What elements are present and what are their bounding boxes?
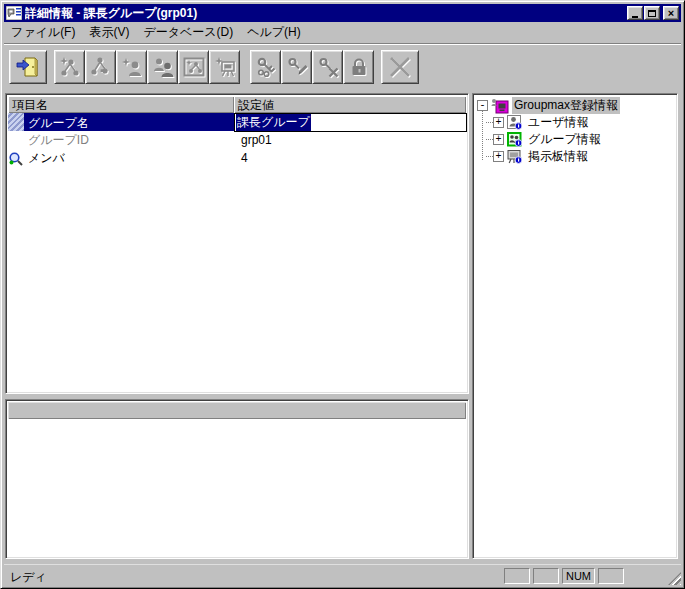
organization-frame-icon bbox=[183, 56, 205, 78]
add-organization-icon bbox=[59, 56, 81, 78]
lock-button[interactable] bbox=[343, 50, 374, 84]
user-group-icon bbox=[152, 56, 174, 78]
tree-label-group-info[interactable]: グループ情報 bbox=[526, 131, 603, 148]
key-delete-button[interactable] bbox=[312, 50, 343, 84]
menu-file[interactable]: ファイル(F) bbox=[4, 22, 82, 43]
toolbar bbox=[4, 45, 681, 88]
tree-panel: - Groupmax登録情報 + bbox=[472, 93, 678, 559]
menubar: ファイル(F) 表示(V) データベース(D) ヘルプ(H) bbox=[4, 23, 681, 42]
tree-node-root[interactable]: - Groupmax登録情報 bbox=[477, 97, 677, 114]
lock-icon bbox=[348, 56, 370, 78]
tree-connector bbox=[486, 139, 493, 140]
detail-list-panel bbox=[5, 399, 469, 559]
key-delete-icon bbox=[317, 56, 339, 78]
move-organization-icon bbox=[90, 56, 112, 78]
add-user-icon bbox=[121, 56, 143, 78]
detail-list-header bbox=[8, 402, 466, 419]
members-count-value: 4 bbox=[241, 151, 248, 165]
statusbar: レディ NUM bbox=[4, 564, 681, 585]
user-group-button[interactable] bbox=[147, 50, 178, 84]
expand-box-icon[interactable]: + bbox=[493, 117, 504, 128]
status-pane-1 bbox=[504, 568, 530, 584]
maximize-icon bbox=[648, 10, 656, 17]
menu-help[interactable]: ヘルプ(H) bbox=[240, 22, 308, 43]
delete-icon bbox=[388, 56, 412, 78]
menu-database[interactable]: データベース(D) bbox=[136, 22, 240, 43]
table-header: 項目名 設定値 bbox=[8, 96, 466, 113]
add-board-button[interactable] bbox=[209, 50, 240, 84]
add-organization-button[interactable] bbox=[54, 50, 85, 84]
collapse-box-icon[interactable]: - bbox=[477, 100, 488, 111]
move-organization-button[interactable] bbox=[85, 50, 116, 84]
expand-box-icon[interactable]: + bbox=[493, 134, 504, 145]
menu-view[interactable]: 表示(V) bbox=[82, 22, 136, 43]
user-info-icon bbox=[507, 115, 523, 130]
exit-door-icon bbox=[16, 56, 40, 78]
column-header-value[interactable]: 設定値 bbox=[234, 96, 466, 113]
organization-frame-button[interactable] bbox=[178, 50, 209, 84]
row-label-group-id: グループID bbox=[8, 132, 89, 149]
minimize-icon bbox=[632, 16, 638, 18]
member-search-icon bbox=[8, 151, 24, 167]
add-board-icon bbox=[214, 56, 236, 78]
table-row-group-name[interactable]: グループ名 課長グループ bbox=[8, 113, 466, 131]
close-button[interactable]: × bbox=[663, 6, 679, 20]
group-info-icon bbox=[507, 132, 523, 147]
row-label-group-name: グループ名 bbox=[24, 113, 234, 131]
key-edit-button[interactable] bbox=[281, 50, 312, 84]
tree-connector bbox=[486, 156, 493, 157]
table-row-members[interactable]: メンバ 4 bbox=[8, 149, 466, 167]
tree-connector-line bbox=[482, 108, 483, 160]
key-edit-icon bbox=[286, 56, 308, 78]
delete-button[interactable] bbox=[381, 50, 419, 84]
selected-row-marker-icon bbox=[8, 113, 24, 131]
tree-label-root[interactable]: Groupmax登録情報 bbox=[512, 97, 620, 114]
exit-button[interactable] bbox=[9, 50, 47, 84]
resize-grip[interactable] bbox=[668, 572, 681, 585]
expand-box-icon[interactable]: + bbox=[493, 151, 504, 162]
groupmax-root-icon bbox=[491, 98, 509, 114]
group-id-value: grp01 bbox=[241, 133, 272, 147]
titlebar[interactable]: 詳細情報 - 課長グループ(grp01) × bbox=[4, 4, 681, 22]
status-message: レディ bbox=[10, 569, 47, 586]
tree-label-user-info[interactable]: ユーザ情報 bbox=[526, 114, 591, 131]
tree-connector bbox=[486, 122, 493, 123]
maximize-button[interactable] bbox=[644, 6, 660, 20]
detail-info-window: 詳細情報 - 課長グループ(grp01) × ファイル(F) 表示(V) データ… bbox=[0, 0, 685, 589]
key-view-icon bbox=[255, 56, 277, 78]
column-header-item-name[interactable]: 項目名 bbox=[8, 96, 234, 113]
tree-node-user-info[interactable]: + ユーザ情報 bbox=[486, 114, 677, 131]
table-body: グループ名 課長グループ グループID grp01 メンバ 4 bbox=[8, 113, 466, 167]
close-icon: × bbox=[668, 8, 674, 18]
minimize-button[interactable] bbox=[627, 6, 643, 20]
tree-label-board-info[interactable]: 掲示板情報 bbox=[526, 148, 590, 165]
group-name-input[interactable]: 課長グループ bbox=[234, 113, 467, 132]
row-label-members: メンバ bbox=[24, 150, 65, 167]
table-row-group-id[interactable]: グループID grp01 bbox=[8, 131, 466, 149]
status-pane-3 bbox=[598, 568, 624, 584]
group-name-selected-text: 課長グループ bbox=[236, 114, 311, 131]
tree-node-board-info[interactable]: + 掲示板情報 bbox=[486, 148, 677, 165]
status-pane-2 bbox=[533, 568, 559, 584]
board-info-icon bbox=[507, 149, 523, 164]
key-view-button[interactable] bbox=[250, 50, 281, 84]
window-title: 詳細情報 - 課長グループ(grp01) bbox=[25, 5, 626, 22]
add-user-button[interactable] bbox=[116, 50, 147, 84]
tree-node-group-info[interactable]: + グループ情報 bbox=[486, 131, 677, 148]
property-panel: 項目名 設定値 グループ名 課長グループ グループID grp01 bbox=[5, 93, 469, 394]
app-icon[interactable] bbox=[6, 6, 22, 20]
groupmax-tree: - Groupmax登録情報 + bbox=[473, 94, 677, 165]
status-pane-num: NUM bbox=[562, 568, 595, 584]
